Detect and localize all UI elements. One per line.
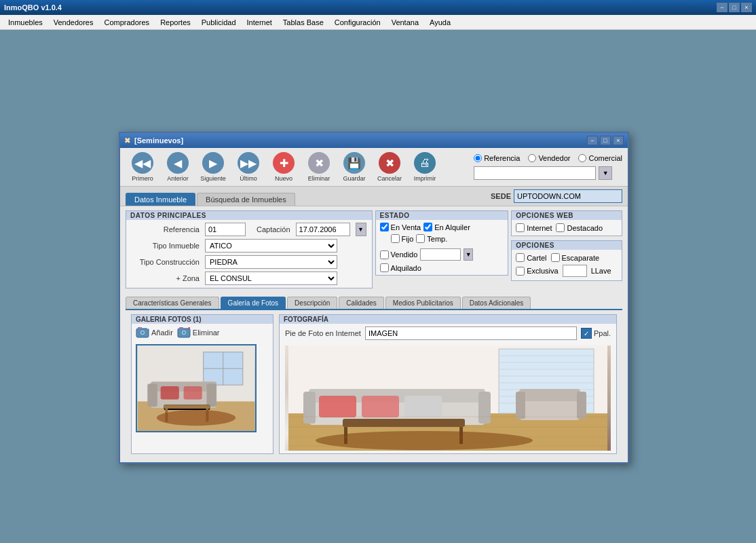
menu-configuracion[interactable]: Configuración (329, 17, 386, 28)
alquilado-checkbox[interactable] (380, 263, 389, 272)
radio-referencia[interactable]: Referencia (474, 154, 520, 162)
cartel-check[interactable]: Cartel (516, 253, 546, 262)
prev-icon: ◀ (167, 152, 189, 174)
tab-descripcion[interactable]: Descripción (287, 297, 337, 309)
menu-vendedores[interactable]: Vendedores (48, 17, 99, 28)
menu-tablas-base[interactable]: Tablas Base (278, 17, 329, 28)
temp-label: Temp. (427, 235, 447, 243)
en-alquiler-checkbox[interactable] (423, 223, 432, 231)
toolbar-siguiente[interactable]: ▶ Siguiente (196, 151, 230, 183)
tab-galeria-fotos[interactable]: Galería de Fotos (221, 297, 286, 309)
toolbar-guardar[interactable]: 💾 Guardar (337, 151, 371, 183)
svg-rect-8 (179, 327, 183, 330)
internet-checkbox[interactable] (516, 223, 525, 232)
destacado-checkbox[interactable] (556, 223, 565, 232)
galeria-toolbar: + Añadir × Elimin (132, 324, 273, 341)
sede-input[interactable] (514, 189, 622, 203)
vendido-check[interactable]: Vendido (380, 250, 418, 259)
menu-reportes[interactable]: Reportes (155, 17, 196, 28)
title-bar: InmoQBO v1.0.4 − □ × (0, 0, 756, 15)
fijo-check[interactable]: Fijo (391, 234, 414, 243)
add-photo-button[interactable]: + Añadir (136, 326, 173, 339)
tab-medios[interactable]: Medios Publicitarios (385, 297, 461, 309)
cartel-checkbox[interactable] (516, 253, 525, 262)
lower-tabs: Características Generales Galería de Fot… (126, 297, 622, 310)
zona-label: + Zona (132, 274, 200, 282)
radio-vendedor-input[interactable] (528, 154, 536, 162)
captacion-input[interactable] (296, 223, 350, 236)
toolbar-anterior[interactable]: ◀ Anterior (161, 151, 195, 183)
menu-publicidad[interactable]: Publicidad (196, 17, 242, 28)
tab-datos-inmueble[interactable]: Datos Inmueble (126, 193, 195, 206)
sub-close-button[interactable]: × (613, 136, 624, 145)
tab-adicionales[interactable]: Datos Adicionales (462, 297, 531, 309)
menu-ventana[interactable]: Ventana (386, 17, 424, 28)
destacado-check[interactable]: Destacado (556, 223, 603, 232)
sub-maximize-button[interactable]: □ (600, 136, 611, 145)
toolbar-nuevo-label: Nuevo (275, 175, 292, 182)
search-input[interactable] (474, 166, 596, 180)
referencia-input[interactable] (205, 223, 246, 236)
cartel-label: Cartel (527, 254, 546, 262)
exclusiva-checkbox[interactable] (516, 267, 525, 276)
foto-main-image[interactable] (285, 345, 611, 451)
temp-check[interactable]: Temp. (416, 234, 447, 243)
ppal-checkbox[interactable]: ✓ (581, 328, 592, 339)
radio-comercial-input[interactable] (578, 154, 586, 162)
zona-select[interactable]: EL CONSUL (205, 272, 337, 285)
galeria-thumbnail[interactable] (136, 344, 257, 432)
toolbar-cancelar[interactable]: ✖ Cancelar (373, 151, 407, 183)
toolbar-imprimir[interactable]: 🖨 Imprimir (408, 151, 442, 183)
toolbar-nuevo[interactable]: ✚ Nuevo (267, 151, 301, 183)
radio-referencia-input[interactable] (474, 154, 482, 162)
vendido-dropdown[interactable]: ▼ (464, 248, 473, 261)
close-button[interactable]: × (741, 3, 752, 12)
fijo-checkbox[interactable] (391, 234, 400, 243)
menu-compradores[interactable]: Compradores (98, 17, 155, 28)
internet-check[interactable]: Internet (516, 223, 552, 232)
tipo-construccion-select[interactable]: PIEDRA (205, 255, 337, 269)
search-dropdown-btn[interactable]: ▼ (599, 166, 612, 180)
vendido-input[interactable] (420, 248, 461, 261)
main-toolbar: ◀◀ Primero ◀ Anterior ▶ Siguiente ▶▶ Últ… (120, 148, 628, 187)
svg-rect-20 (161, 386, 179, 399)
maximize-button[interactable]: □ (729, 3, 740, 12)
sub-window: ✖ [Seminuevos] − □ × ◀◀ Primero ◀ Anteri… (119, 132, 629, 464)
tab-busqueda[interactable]: Búsqueda de Inmuebles (197, 193, 295, 206)
en-venta-check[interactable]: En Venta (380, 223, 421, 231)
gallery-area: GALERIA FOTOS (1) + Añadir (126, 310, 622, 458)
tipo-inmueble-select[interactable]: ATICO (205, 239, 337, 252)
pie-input[interactable] (365, 326, 577, 340)
escaparate-checkbox[interactable] (551, 253, 560, 262)
radio-referencia-label: Referencia (484, 154, 520, 162)
exclusiva-check[interactable]: Exclusiva (516, 267, 558, 276)
svg-point-53 (316, 431, 533, 450)
menu-ayuda[interactable]: Ayuda (424, 17, 456, 28)
toolbar-eliminar[interactable]: ✖ Eliminar (302, 151, 336, 183)
llave-input[interactable] (563, 265, 587, 277)
alquilado-check[interactable]: Alquilado (380, 263, 421, 272)
cartel-row: Cartel Escaparate (516, 252, 618, 263)
menu-inmuebles[interactable]: Inmuebles (3, 17, 48, 28)
menu-internet[interactable]: Internet (242, 17, 278, 28)
toolbar-ultimo[interactable]: ▶▶ Último (231, 151, 265, 183)
del-photo-button[interactable]: × Eliminar (177, 326, 220, 339)
temp-checkbox[interactable] (416, 234, 425, 243)
svg-point-2 (141, 331, 144, 334)
radio-vendedor[interactable]: Vendedor (528, 154, 570, 162)
sub-minimize-button[interactable]: − (587, 136, 598, 145)
toolbar-primero[interactable]: ◀◀ Primero (126, 151, 159, 183)
tab-caracteristicas[interactable]: Características Generales (126, 297, 219, 309)
radio-comercial[interactable]: Comercial (578, 154, 622, 162)
en-alquiler-check[interactable]: En Alquiler (423, 223, 470, 231)
datos-principales-title: DATOS PRINCIPALES (126, 211, 372, 220)
tab-calidades[interactable]: Calidades (339, 297, 383, 309)
svg-text:+: + (147, 326, 149, 330)
minimize-button[interactable]: − (717, 3, 727, 12)
galeria-title: GALERIA FOTOS (1) (132, 315, 273, 324)
desktop: ✖ [Seminuevos] − □ × ◀◀ Primero ◀ Anteri… (0, 30, 756, 543)
vendido-checkbox[interactable] (380, 250, 389, 259)
escaparate-check[interactable]: Escaparate (551, 253, 600, 262)
en-venta-checkbox[interactable] (380, 223, 389, 231)
captacion-dropdown[interactable]: ▼ (356, 223, 366, 236)
